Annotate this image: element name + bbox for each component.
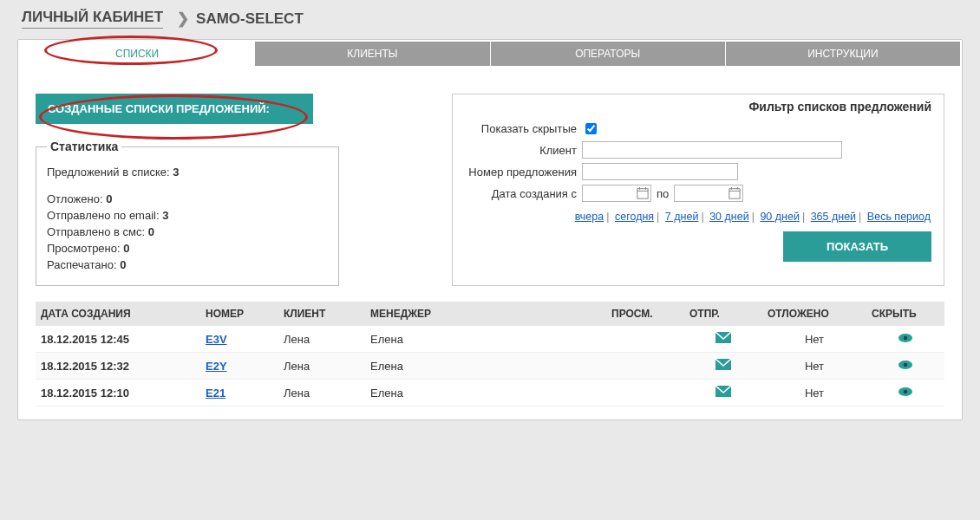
cell-deferred: Нет bbox=[762, 380, 866, 406]
cell-date: 18.12.2015 12:32 bbox=[36, 353, 200, 380]
stat-label: Предложений в списке: bbox=[47, 166, 170, 179]
stat-label: Отправлено в смс: bbox=[47, 225, 145, 238]
quick-365days[interactable]: 365 дней bbox=[811, 211, 856, 223]
eye-icon[interactable] bbox=[898, 387, 913, 397]
cell-viewed bbox=[606, 353, 684, 380]
offers-table: ДАТА СОЗДАНИЯ НОМЕР КЛИЕНТ МЕНЕДЖЕР ПРОС… bbox=[36, 302, 944, 406]
col-client: КЛИЕНТ bbox=[278, 302, 365, 326]
stat-value: 3 bbox=[162, 209, 168, 222]
cell-hide[interactable] bbox=[866, 326, 944, 353]
offer-link[interactable]: E3V bbox=[206, 333, 227, 346]
cell-viewed bbox=[606, 326, 684, 353]
main-card: СПИСКИ КЛИЕНТЫ ОПЕРАТОРЫ ИНСТРУКЦИИ СОЗД… bbox=[17, 39, 963, 420]
cell-sent bbox=[684, 380, 762, 406]
svg-point-13 bbox=[904, 362, 907, 366]
cell-client: Лена bbox=[278, 380, 365, 406]
svg-point-10 bbox=[904, 335, 907, 339]
offer-link[interactable]: E2Y bbox=[206, 360, 227, 373]
cell-viewed bbox=[606, 380, 684, 406]
table-row: 18.12.2015 12:45E3VЛенаЕленаНет bbox=[36, 326, 944, 353]
cell-deferred: Нет bbox=[762, 353, 866, 380]
col-sent: ОТПР. bbox=[684, 302, 762, 326]
tab-bar: СПИСКИ КЛИЕНТЫ ОПЕРАТОРЫ ИНСТРУКЦИИ bbox=[20, 42, 960, 66]
table-row: 18.12.2015 12:10E21ЛенаЕленаНет bbox=[36, 380, 944, 406]
show-hidden-label: Показать скрытые bbox=[465, 122, 582, 135]
cell-hide[interactable] bbox=[866, 380, 944, 406]
date-to-input[interactable] bbox=[674, 185, 743, 202]
cell-client: Лена bbox=[278, 353, 365, 380]
svg-rect-0 bbox=[637, 189, 648, 198]
offer-link[interactable]: E21 bbox=[206, 387, 225, 400]
cell-sent bbox=[684, 353, 762, 380]
show-hidden-checkbox[interactable] bbox=[585, 123, 597, 134]
stat-value: 0 bbox=[120, 258, 126, 271]
mail-icon bbox=[715, 332, 731, 343]
table-row: 18.12.2015 12:32E2YЛенаЕленаНет bbox=[36, 353, 944, 380]
offer-number-input[interactable] bbox=[582, 163, 738, 180]
svg-point-16 bbox=[904, 389, 907, 393]
cell-manager: Елена bbox=[365, 353, 606, 380]
col-deferred: ОТЛОЖЕНО bbox=[762, 302, 866, 326]
cell-sent bbox=[684, 326, 762, 353]
breadcrumb: ЛИЧНЫЙ КАБИНЕТ ❯ SAMO-SELECT bbox=[17, 0, 963, 39]
mail-icon bbox=[715, 359, 731, 370]
date-from-label: Дата создания с bbox=[465, 187, 582, 200]
stat-label: Отправлено по email: bbox=[47, 209, 160, 222]
tab-instructions[interactable]: ИНСТРУКЦИИ bbox=[726, 42, 960, 66]
show-button[interactable]: ПОКАЗАТЬ bbox=[783, 231, 931, 262]
cell-hide[interactable] bbox=[866, 353, 944, 380]
eye-icon[interactable] bbox=[898, 333, 913, 343]
breadcrumb-current: SAMO-SELECT bbox=[196, 10, 304, 28]
calendar-icon bbox=[637, 187, 649, 199]
offer-number-label: Номер предложения bbox=[465, 166, 582, 179]
stat-label: Просмотрено: bbox=[47, 242, 121, 255]
stat-value: 0 bbox=[123, 242, 129, 255]
cell-deferred: Нет bbox=[762, 326, 866, 353]
col-hide: СКРЫТЬ bbox=[866, 302, 944, 326]
col-date: ДАТА СОЗДАНИЯ bbox=[36, 302, 200, 326]
stat-value: 0 bbox=[148, 225, 154, 238]
quick-today[interactable]: сегодня bbox=[615, 211, 654, 223]
quick-30days[interactable]: 30 дней bbox=[709, 211, 749, 223]
col-manager: МЕНЕДЖЕР bbox=[365, 302, 606, 326]
quick-yesterday[interactable]: вчера bbox=[575, 211, 604, 223]
filter-panel: Фильтр списков предложений Показать скры… bbox=[452, 94, 944, 286]
panel-title: СОЗДАННЫЕ СПИСКИ ПРЕДЛОЖЕНИЙ: bbox=[36, 94, 313, 124]
stats-box: Статистика Предложений в списке: 3 Отлож… bbox=[36, 140, 339, 286]
client-label: Клиент bbox=[465, 144, 582, 157]
cell-client: Лена bbox=[278, 326, 365, 353]
eye-icon[interactable] bbox=[898, 360, 913, 370]
filter-title: Фильтр списков предложений bbox=[465, 100, 931, 114]
breadcrumb-home-link[interactable]: ЛИЧНЫЙ КАБИНЕТ bbox=[22, 9, 163, 29]
chevron-right-icon: ❯ bbox=[177, 10, 189, 28]
cell-manager: Елена bbox=[365, 380, 606, 406]
date-to-label: по bbox=[657, 187, 669, 200]
cell-number: E21 bbox=[200, 380, 278, 406]
stat-label: Отложено: bbox=[47, 192, 103, 205]
quick-7days[interactable]: 7 дней bbox=[665, 211, 699, 223]
cell-number: E3V bbox=[200, 326, 278, 353]
client-input[interactable] bbox=[582, 141, 842, 159]
tab-clients[interactable]: КЛИЕНТЫ bbox=[255, 42, 490, 66]
svg-rect-4 bbox=[729, 189, 740, 198]
col-number: НОМЕР bbox=[200, 302, 278, 326]
col-viewed: ПРОСМ. bbox=[606, 302, 684, 326]
calendar-icon bbox=[728, 187, 741, 199]
tab-operators[interactable]: ОПЕРАТОРЫ bbox=[491, 42, 726, 66]
quick-date-links: вчера| сегодня| 7 дней| 30 дней| 90 дней… bbox=[465, 211, 931, 223]
quick-all[interactable]: Весь период bbox=[867, 211, 931, 223]
stat-value: 3 bbox=[173, 166, 179, 179]
cell-number: E2Y bbox=[200, 353, 278, 380]
stat-value: 0 bbox=[106, 192, 112, 205]
cell-manager: Елена bbox=[365, 326, 606, 353]
quick-90days[interactable]: 90 дней bbox=[760, 211, 800, 223]
stats-legend: Статистика bbox=[47, 140, 121, 153]
date-from-input[interactable] bbox=[582, 185, 651, 202]
mail-icon bbox=[715, 386, 731, 397]
stat-label: Распечатано: bbox=[47, 258, 117, 271]
tab-lists[interactable]: СПИСКИ bbox=[20, 42, 255, 66]
cell-date: 18.12.2015 12:10 bbox=[36, 380, 200, 406]
cell-date: 18.12.2015 12:45 bbox=[36, 326, 200, 353]
